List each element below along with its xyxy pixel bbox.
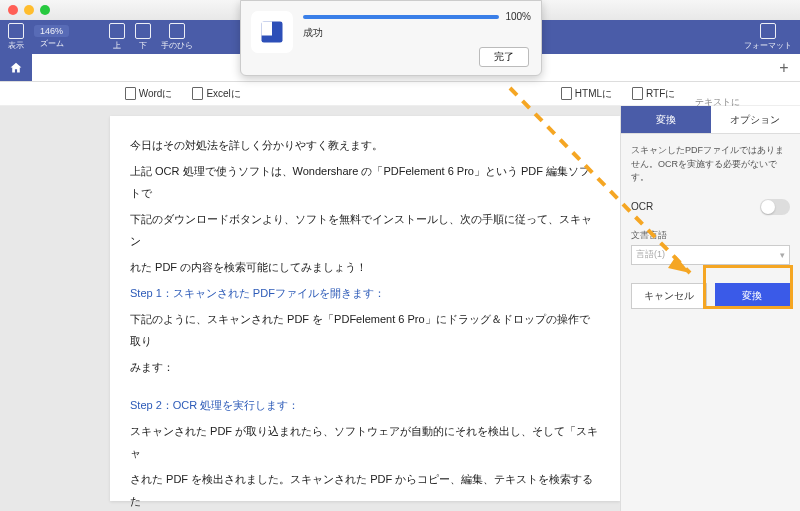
zoom-value: 146% xyxy=(34,25,69,37)
close-window-icon[interactable] xyxy=(8,5,18,15)
progress-bar xyxy=(303,15,499,19)
done-button[interactable]: 完了 xyxy=(479,47,529,67)
doc-text: 上記 OCR 処理で使うソフトは、Wondershare の「PDFelemen… xyxy=(130,160,600,204)
progress-dialog: 100% 成功 完了 xyxy=(240,0,542,76)
view-label: 表示 xyxy=(8,40,24,51)
tab-convert[interactable]: 変換 xyxy=(621,106,711,134)
progress-percent: 100% xyxy=(505,11,531,22)
home-icon xyxy=(9,61,23,74)
page-up-tool[interactable]: 上 xyxy=(109,23,125,51)
to-excel-button[interactable]: Excelに xyxy=(192,87,240,101)
to-html-button[interactable]: HTMLに xyxy=(561,87,612,101)
app-logo-icon xyxy=(251,11,293,53)
action-buttons: キャンセル 変換 xyxy=(631,283,790,309)
excel-icon xyxy=(192,87,203,100)
format-tool[interactable]: フォーマット xyxy=(744,23,792,51)
to-word-label: Wordに xyxy=(139,87,173,101)
format-icon xyxy=(760,23,776,39)
page-down-tool[interactable]: 下 xyxy=(135,23,151,51)
view-tool[interactable]: 表示 xyxy=(8,23,24,51)
minimize-window-icon[interactable] xyxy=(24,5,34,15)
page-up-icon xyxy=(109,23,125,39)
language-label: 文書言語 xyxy=(631,229,790,242)
progress-status: 成功 xyxy=(303,26,531,40)
hand-icon xyxy=(169,23,185,39)
doc-text: 下記のダウンロードボタンより、ソフトを無料でインストールし、次の手順に従って、ス… xyxy=(130,208,600,252)
doc-text: みます： xyxy=(130,356,600,378)
home-tab[interactable] xyxy=(0,54,32,81)
step-heading: Step 2：OCR 処理を実行します： xyxy=(130,394,600,416)
new-tab-button[interactable]: + xyxy=(772,59,796,77)
up-label: 上 xyxy=(113,40,121,51)
ocr-toggle[interactable] xyxy=(760,199,790,215)
side-panel: 変換 オプション スキャンしたPDFファイルではありません。OCRを実施する必要… xyxy=(620,106,800,511)
html-icon xyxy=(561,87,572,100)
convert-button[interactable]: 変換 xyxy=(715,283,791,309)
maximize-window-icon[interactable] xyxy=(40,5,50,15)
tab-options[interactable]: オプション xyxy=(711,106,801,134)
to-rtf-button[interactable]: RTFに xyxy=(632,87,675,101)
content-area: 今日はその対処法を詳しく分かりやすく教えます。 上記 OCR 処理で使うソフトは… xyxy=(0,106,800,511)
progress-fill xyxy=(303,15,499,19)
ocr-note: スキャンしたPDFファイルではありません。OCRを実施する必要がないです。 xyxy=(631,144,790,185)
to-excel-label: Excelに xyxy=(206,87,240,101)
cancel-button[interactable]: キャンセル xyxy=(631,283,707,309)
language-value: 言語(1) xyxy=(636,248,665,261)
down-label: 下 xyxy=(139,40,147,51)
page-down-icon xyxy=(135,23,151,39)
doc-text: された PDF を検出されました。スキャンされた PDF からコピー、編集、テキ… xyxy=(130,468,600,511)
hand-tool[interactable]: 手のひら xyxy=(161,23,193,51)
to-word-button[interactable]: Wordに xyxy=(125,87,173,101)
progress-row: 100% xyxy=(303,11,531,22)
doc-text: 下記のように、スキャンされた PDF を「PDFelement 6 Pro」にド… xyxy=(130,308,600,352)
step-heading: Step 1：スキャンされた PDFファイルを開きます： xyxy=(130,282,600,304)
format-label: フォーマット xyxy=(744,40,792,51)
hand-label: 手のひら xyxy=(161,40,193,51)
language-select[interactable]: 言語(1) ▾ xyxy=(631,245,790,265)
to-rtf-label: RTFに xyxy=(646,87,675,101)
rtf-icon xyxy=(632,87,643,100)
zoom-tool[interactable]: 146% ズーム xyxy=(34,25,69,49)
side-tabs: 変換 オプション xyxy=(621,106,800,134)
zoom-label: ズーム xyxy=(40,38,64,49)
word-icon xyxy=(125,87,136,100)
doc-text: れた PDF の内容を検索可能にしてみましょう！ xyxy=(130,256,600,278)
text-to-label: テキストに xyxy=(695,96,740,109)
svg-rect-3 xyxy=(262,22,273,36)
document-viewport[interactable]: 今日はその対処法を詳しく分かりやすく教えます。 上記 OCR 処理で使うソフトは… xyxy=(0,106,620,511)
to-html-label: HTMLに xyxy=(575,87,612,101)
ocr-label: OCR xyxy=(631,201,653,212)
format-bar: Wordに Excelに HTMLに RTFに xyxy=(0,82,800,106)
view-icon xyxy=(8,23,24,39)
doc-text: 今日はその対処法を詳しく分かりやすく教えます。 xyxy=(130,134,600,156)
ocr-toggle-row: OCR xyxy=(631,199,790,215)
document-page: 今日はその対処法を詳しく分かりやすく教えます。 上記 OCR 処理で使うソフトは… xyxy=(110,116,620,501)
doc-text: スキャンされた PDF が取り込まれたら、ソフトウェアが自動的にそれを検出し、そ… xyxy=(130,420,600,464)
side-panel-body: スキャンしたPDFファイルではありません。OCRを実施する必要がないです。 OC… xyxy=(621,134,800,319)
chevron-down-icon: ▾ xyxy=(780,250,785,260)
